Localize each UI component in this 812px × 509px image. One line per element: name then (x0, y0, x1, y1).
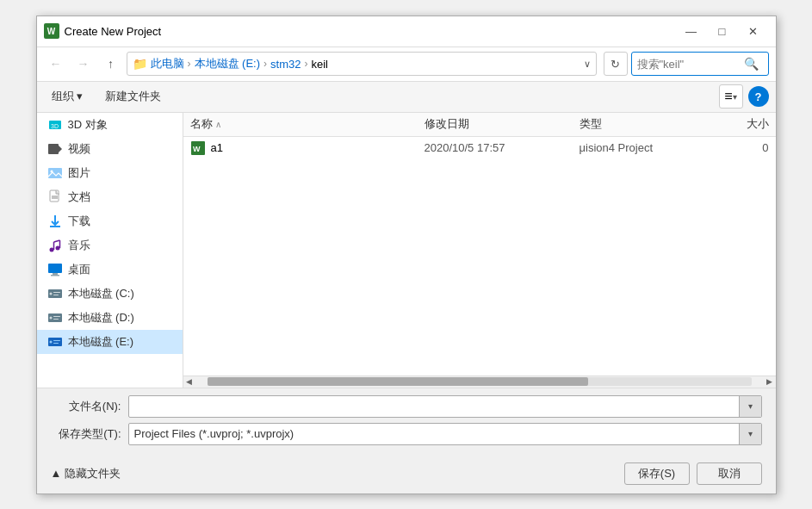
sidebar: 3D 3D 对象 视频 图片 文档 (37, 113, 183, 388)
video-icon (47, 141, 63, 157)
new-folder-button[interactable]: 新建文件夹 (97, 85, 169, 108)
file-name: a1 (211, 141, 425, 154)
breadcrumb-item-1[interactable]: 本地磁盘 (E:) (195, 56, 261, 71)
view-button[interactable]: ≡ ▾ (719, 84, 743, 109)
sidebar-label-desktop: 桌面 (68, 262, 90, 277)
filetype-row: 保存类型(T): Project Files (*.uvproj; *.uvpr… (51, 423, 762, 445)
svg-rect-2 (48, 144, 59, 154)
back-button[interactable]: ← (44, 52, 68, 76)
organize-button[interactable]: 组织 ▾ (44, 85, 91, 108)
file-size: 0 (717, 141, 769, 154)
dialog-title: Create New Project (65, 25, 676, 38)
minimize-button[interactable]: — (676, 18, 707, 44)
app-icon: W (44, 23, 59, 39)
filetype-label: 保存类型(T): (51, 426, 128, 442)
document-icon (47, 189, 63, 205)
refresh-button[interactable]: ↻ (604, 52, 628, 76)
hide-folder-label: ▲ 隐藏文件夹 (51, 466, 121, 481)
svg-line-15 (53, 240, 59, 242)
sidebar-label-download: 下载 (68, 214, 90, 229)
desktop-icon (47, 262, 63, 277)
help-button[interactable]: ? (748, 86, 769, 107)
col-header-date[interactable]: 修改日期 (425, 116, 580, 132)
scroll-right-button[interactable]: ▶ (764, 376, 776, 388)
picture-icon (47, 165, 63, 181)
svg-rect-26 (53, 319, 59, 320)
window-controls: — □ ✕ (676, 18, 769, 44)
download-icon (47, 214, 63, 229)
sidebar-item-picture[interactable]: 图片 (37, 161, 183, 185)
scrollbar-thumb[interactable] (208, 377, 588, 386)
svg-rect-29 (53, 340, 60, 341)
horizontal-scrollbar[interactable]: ◀ ▶ (183, 376, 776, 388)
filename-input-wrapper: ▾ (128, 395, 762, 418)
breadcrumb-bar: 📁 此电脑 › 本地磁盘 (E:) › stm32 › keil ∨ (127, 52, 597, 76)
3d-icon: 3D (47, 117, 63, 133)
col-header-type[interactable]: 类型 (580, 116, 717, 132)
sidebar-label-drive-e: 本地磁盘 (E:) (68, 334, 134, 350)
sidebar-item-drive-c[interactable]: 本地磁盘 (C:) (37, 282, 183, 306)
bottom-form: 文件名(N): ▾ 保存类型(T): Project Files (*.uvpr… (37, 388, 776, 457)
maximize-button[interactable]: □ (707, 18, 738, 44)
svg-rect-17 (53, 273, 58, 275)
up-button[interactable]: ↑ (99, 52, 123, 76)
sidebar-item-document[interactable]: 文档 (37, 185, 183, 209)
sidebar-item-download[interactable]: 下载 (37, 209, 183, 233)
svg-point-20 (49, 292, 52, 295)
drive-e-icon (47, 334, 63, 350)
search-input[interactable] (637, 58, 741, 71)
save-button[interactable]: 保存(S) (624, 462, 690, 485)
close-button[interactable]: ✕ (738, 18, 769, 44)
file-icon: W (190, 140, 206, 156)
sort-arrow: ∧ (215, 120, 221, 129)
sidebar-item-desktop[interactable]: 桌面 (37, 258, 183, 282)
filetype-dropdown-arrow[interactable]: ▾ (739, 424, 761, 444)
view-dropdown-arrow[interactable]: ▾ (733, 92, 737, 102)
sidebar-label-drive-d: 本地磁盘 (D:) (68, 310, 134, 326)
sidebar-label-picture: 图片 (68, 165, 90, 181)
sidebar-label-video: 视频 (68, 141, 90, 157)
table-row[interactable]: W a1 2020/10/5 17:57 μision4 Project 0 (183, 137, 776, 159)
music-icon (47, 238, 63, 253)
svg-rect-18 (51, 275, 59, 276)
scrollbar-track (208, 377, 752, 386)
filename-dropdown-arrow[interactable]: ▾ (739, 396, 761, 417)
view-icon: ≡ (724, 89, 732, 104)
svg-rect-22 (53, 295, 59, 295)
svg-rect-4 (48, 168, 62, 178)
filename-input[interactable] (129, 396, 739, 417)
col-header-size[interactable]: 大小 (717, 116, 769, 132)
search-bar: 🔍 (631, 52, 769, 76)
breadcrumb-item-3[interactable]: keil (311, 58, 328, 71)
sidebar-label-music: 音乐 (68, 238, 90, 253)
svg-rect-30 (53, 343, 59, 344)
filename-row: 文件名(N): ▾ (51, 395, 762, 418)
hide-folder-toggle[interactable]: ▲ 隐藏文件夹 (51, 466, 121, 481)
footer-buttons: 保存(S) 取消 (624, 462, 762, 485)
sidebar-item-3d[interactable]: 3D 3D 对象 (37, 113, 183, 137)
sidebar-item-music[interactable]: 音乐 (37, 233, 183, 258)
scroll-left-button[interactable]: ◀ (183, 376, 195, 388)
col-header-name[interactable]: 名称 ∧ (190, 116, 425, 132)
dialog-window: W Create New Project — □ ✕ ← → ↑ 📁 此电脑 ›… (36, 16, 777, 494)
breadcrumb-item-0[interactable]: 此电脑 (151, 56, 184, 71)
search-icon[interactable]: 🔍 (744, 57, 759, 71)
forward-button[interactable]: → (71, 52, 96, 76)
breadcrumb-item-2[interactable]: stm32 (270, 58, 301, 71)
breadcrumb-dropdown[interactable]: ∨ (584, 59, 591, 70)
svg-point-28 (49, 340, 52, 343)
sidebar-item-drive-e[interactable]: 本地磁盘 (E:) (37, 330, 183, 354)
toolbar: 组织 ▾ 新建文件夹 ≡ ▾ ? (37, 82, 776, 113)
svg-text:3D: 3D (51, 123, 59, 129)
sidebar-item-drive-d[interactable]: 本地磁盘 (D:) (37, 306, 183, 330)
file-type: μision4 Project (580, 141, 717, 154)
main-content: 3D 3D 对象 视频 图片 文档 (37, 113, 776, 388)
file-area: 名称 ∧ 修改日期 类型 大小 W a1 2020/10/ (183, 113, 776, 388)
sidebar-item-video[interactable]: 视频 (37, 137, 183, 161)
drive-c-icon (47, 286, 63, 301)
svg-rect-21 (53, 292, 60, 293)
refresh-icon: ↻ (611, 58, 620, 71)
svg-rect-16 (48, 264, 62, 273)
file-list-body: W a1 2020/10/5 17:57 μision4 Project 0 (183, 137, 776, 376)
cancel-button[interactable]: 取消 (697, 462, 762, 485)
